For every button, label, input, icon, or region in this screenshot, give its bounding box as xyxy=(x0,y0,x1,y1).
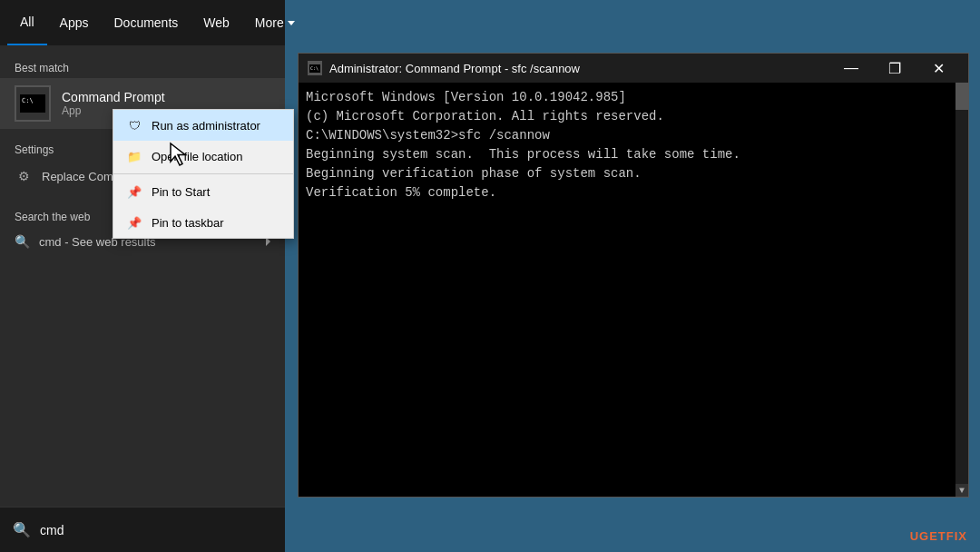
context-menu: 🛡 Run as administrator 📁 Open file locat… xyxy=(113,109,294,239)
chevron-down-icon xyxy=(288,21,295,25)
cmd-titlebar-icon: C:\ xyxy=(308,61,322,75)
nav-tab-web[interactable]: Web xyxy=(191,0,242,45)
settings-gear-icon: ⚙ xyxy=(15,167,33,185)
cmd-scrollbar[interactable]: ▼ xyxy=(956,83,968,497)
nav-tab-apps[interactable]: Apps xyxy=(47,0,102,45)
folder-icon: 📁 xyxy=(126,148,142,164)
nav-tab-all[interactable]: All xyxy=(7,0,47,45)
cmd-title: Administrator: Command Prompt - sfc /sca… xyxy=(329,62,823,75)
watermark-u: U xyxy=(910,529,919,543)
taskbar-search-icon: 🔍 xyxy=(13,521,31,538)
search-bar: 🔍 xyxy=(0,507,285,552)
search-icon: 🔍 xyxy=(15,234,30,249)
cmd-scrollbar-arrow-down[interactable]: ▼ xyxy=(956,484,968,497)
pin-start-icon: 📌 xyxy=(126,183,142,200)
watermark-fix: FIX xyxy=(946,529,967,543)
watermark: UGETFIX xyxy=(910,529,967,543)
context-menu-pin-taskbar[interactable]: 📌 Pin to taskbar xyxy=(113,207,293,238)
close-button[interactable]: ✕ xyxy=(917,54,959,83)
cmd-body: Microsoft Windows [Version 10.0.19042.98… xyxy=(299,83,968,497)
context-menu-divider xyxy=(113,173,293,174)
context-menu-run-as-admin[interactable]: 🛡 Run as administrator xyxy=(113,110,293,141)
cmd-controls: — ❐ ✕ xyxy=(830,54,959,83)
context-menu-open-file-location[interactable]: 📁 Open file location xyxy=(113,141,293,172)
cmd-line-8: Beginning verification phase of system s… xyxy=(306,164,961,183)
minimize-button[interactable]: — xyxy=(830,54,872,83)
cmd-line-4: C:\WINDOWS\system32>sfc /scannow xyxy=(306,126,961,145)
search-input[interactable] xyxy=(40,523,272,537)
cmd-titlebar: C:\ Administrator: Command Prompt - sfc … xyxy=(299,54,968,83)
shield-icon: 🛡 xyxy=(126,117,142,133)
context-menu-pin-start[interactable]: 📌 Pin to Start xyxy=(113,176,293,207)
cmd-line-1: Microsoft Windows [Version 10.0.19042.98… xyxy=(306,88,961,107)
nav-tab-more[interactable]: More xyxy=(242,0,308,45)
cmd-app-icon xyxy=(15,85,51,122)
cmd-line-6: Beginning system scan. This process will… xyxy=(306,145,961,164)
maximize-button[interactable]: ❐ xyxy=(874,54,916,83)
app-name: Command Prompt xyxy=(62,90,165,104)
cmd-line-2: (c) Microsoft Corporation. All rights re… xyxy=(306,107,961,126)
watermark-get: GET xyxy=(919,529,946,543)
cmd-window: C:\ Administrator: Command Prompt - sfc … xyxy=(298,53,969,498)
cmd-scrollbar-thumb[interactable] xyxy=(956,83,968,110)
best-match-label: Best match xyxy=(0,56,285,78)
pin-taskbar-icon: 📌 xyxy=(126,214,142,231)
start-menu: All Apps Documents Web More Best match C… xyxy=(0,0,285,552)
start-nav: All Apps Documents Web More xyxy=(0,0,285,45)
nav-tab-documents[interactable]: Documents xyxy=(101,0,191,45)
cmd-line-9: Verification 5% complete. xyxy=(306,183,961,202)
